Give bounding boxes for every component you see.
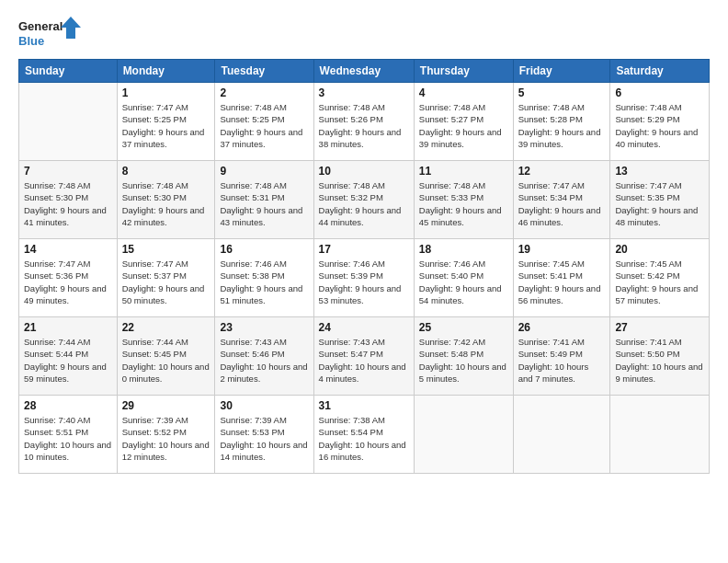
day-info: Sunrise: 7:41 AMSunset: 5:50 PMDaylight:… [615, 336, 704, 385]
calendar-week-row: 1Sunrise: 7:47 AMSunset: 5:25 PMDaylight… [19, 83, 710, 161]
day-info: Sunrise: 7:47 AMSunset: 5:34 PMDaylight:… [518, 179, 606, 228]
day-info: Sunrise: 7:46 AMSunset: 5:38 PMDaylight:… [220, 258, 308, 306]
day-info: Sunrise: 7:41 AMSunset: 5:49 PMDaylight:… [518, 336, 606, 385]
day-number: 16 [220, 243, 308, 256]
day-number: 2 [220, 86, 308, 99]
day-info: Sunrise: 7:46 AMSunset: 5:40 PMDaylight:… [419, 258, 508, 306]
day-number: 28 [24, 399, 112, 412]
day-number: 21 [24, 321, 112, 334]
weekday-header: Friday [513, 60, 610, 83]
calendar-cell: 11Sunrise: 7:48 AMSunset: 5:33 PMDayligh… [414, 161, 513, 239]
calendar-cell: 25Sunrise: 7:42 AMSunset: 5:48 PMDayligh… [414, 317, 513, 396]
calendar-table: SundayMondayTuesdayWednesdayThursdayFrid… [18, 59, 710, 474]
calendar-cell: 22Sunrise: 7:44 AMSunset: 5:45 PMDayligh… [117, 317, 215, 396]
weekday-header: Monday [117, 60, 215, 83]
day-info: Sunrise: 7:48 AMSunset: 5:28 PMDaylight:… [518, 101, 606, 150]
day-number: 24 [319, 321, 409, 334]
day-info: Sunrise: 7:45 AMSunset: 5:42 PMDaylight:… [615, 258, 704, 306]
weekday-header: Thursday [414, 60, 513, 83]
calendar-cell: 12Sunrise: 7:47 AMSunset: 5:34 PMDayligh… [513, 161, 610, 239]
day-number: 8 [122, 165, 210, 178]
calendar-cell: 8Sunrise: 7:48 AMSunset: 5:30 PMDaylight… [117, 161, 215, 239]
day-number: 14 [24, 243, 112, 256]
day-number: 26 [518, 321, 606, 334]
calendar-cell: 26Sunrise: 7:41 AMSunset: 5:49 PMDayligh… [513, 317, 610, 396]
day-number: 18 [419, 243, 508, 256]
day-number: 7 [24, 165, 112, 178]
calendar-week-row: 14Sunrise: 7:47 AMSunset: 5:36 PMDayligh… [19, 239, 710, 317]
day-info: Sunrise: 7:44 AMSunset: 5:45 PMDaylight:… [122, 336, 210, 385]
svg-text:Blue: Blue [18, 34, 44, 48]
calendar-cell: 31Sunrise: 7:38 AMSunset: 5:54 PMDayligh… [313, 396, 414, 474]
calendar-cell: 15Sunrise: 7:47 AMSunset: 5:37 PMDayligh… [117, 239, 215, 317]
calendar-cell: 7Sunrise: 7:48 AMSunset: 5:30 PMDaylight… [19, 161, 118, 239]
day-info: Sunrise: 7:48 AMSunset: 5:27 PMDaylight:… [419, 101, 508, 150]
calendar-cell: 18Sunrise: 7:46 AMSunset: 5:40 PMDayligh… [414, 239, 513, 317]
day-number: 13 [615, 165, 704, 178]
day-number: 29 [122, 399, 210, 412]
calendar-cell: 17Sunrise: 7:46 AMSunset: 5:39 PMDayligh… [313, 239, 414, 317]
calendar-week-row: 28Sunrise: 7:40 AMSunset: 5:51 PMDayligh… [19, 396, 710, 474]
day-info: Sunrise: 7:39 AMSunset: 5:53 PMDaylight:… [220, 414, 308, 463]
day-info: Sunrise: 7:47 AMSunset: 5:35 PMDaylight:… [615, 179, 704, 228]
day-info: Sunrise: 7:47 AMSunset: 5:37 PMDaylight:… [122, 258, 210, 306]
day-info: Sunrise: 7:39 AMSunset: 5:52 PMDaylight:… [122, 414, 210, 463]
logo-svg: General Blue [18, 15, 83, 50]
weekday-header: Tuesday [215, 60, 313, 83]
calendar-week-row: 21Sunrise: 7:44 AMSunset: 5:44 PMDayligh… [19, 317, 710, 396]
day-number: 19 [518, 243, 606, 256]
day-info: Sunrise: 7:40 AMSunset: 5:51 PMDaylight:… [24, 414, 112, 463]
calendar-cell [610, 396, 710, 474]
calendar-cell: 30Sunrise: 7:39 AMSunset: 5:53 PMDayligh… [215, 396, 313, 474]
calendar-cell [513, 396, 610, 474]
calendar-cell: 9Sunrise: 7:48 AMSunset: 5:31 PMDaylight… [215, 161, 313, 239]
day-number: 6 [615, 86, 704, 99]
day-number: 3 [319, 86, 409, 99]
day-info: Sunrise: 7:44 AMSunset: 5:44 PMDaylight:… [24, 336, 112, 385]
calendar-cell: 19Sunrise: 7:45 AMSunset: 5:41 PMDayligh… [513, 239, 610, 317]
day-number: 23 [220, 321, 308, 334]
page-header: General Blue [18, 15, 710, 50]
calendar-cell [19, 83, 118, 161]
svg-text:General: General [18, 19, 63, 33]
day-number: 30 [220, 399, 308, 412]
day-number: 9 [220, 165, 308, 178]
calendar-cell: 28Sunrise: 7:40 AMSunset: 5:51 PMDayligh… [19, 396, 118, 474]
day-info: Sunrise: 7:46 AMSunset: 5:39 PMDaylight:… [319, 258, 409, 306]
day-info: Sunrise: 7:48 AMSunset: 5:31 PMDaylight:… [220, 179, 308, 228]
day-info: Sunrise: 7:48 AMSunset: 5:30 PMDaylight:… [122, 179, 210, 228]
day-number: 11 [419, 165, 508, 178]
calendar-cell: 13Sunrise: 7:47 AMSunset: 5:35 PMDayligh… [610, 161, 710, 239]
calendar-cell: 16Sunrise: 7:46 AMSunset: 5:38 PMDayligh… [215, 239, 313, 317]
day-number: 5 [518, 86, 606, 99]
calendar-cell: 29Sunrise: 7:39 AMSunset: 5:52 PMDayligh… [117, 396, 215, 474]
calendar-cell: 21Sunrise: 7:44 AMSunset: 5:44 PMDayligh… [19, 317, 118, 396]
weekday-header: Saturday [610, 60, 710, 83]
weekday-header: Wednesday [313, 60, 414, 83]
calendar-cell: 10Sunrise: 7:48 AMSunset: 5:32 PMDayligh… [313, 161, 414, 239]
svg-marker-2 [61, 17, 81, 39]
day-number: 31 [319, 399, 409, 412]
calendar-cell: 20Sunrise: 7:45 AMSunset: 5:42 PMDayligh… [610, 239, 710, 317]
calendar-cell: 23Sunrise: 7:43 AMSunset: 5:46 PMDayligh… [215, 317, 313, 396]
calendar-cell: 6Sunrise: 7:48 AMSunset: 5:29 PMDaylight… [610, 83, 710, 161]
calendar-header-row: SundayMondayTuesdayWednesdayThursdayFrid… [19, 60, 710, 83]
calendar-cell: 1Sunrise: 7:47 AMSunset: 5:25 PMDaylight… [117, 83, 215, 161]
day-info: Sunrise: 7:38 AMSunset: 5:54 PMDaylight:… [319, 414, 409, 463]
calendar-cell: 4Sunrise: 7:48 AMSunset: 5:27 PMDaylight… [414, 83, 513, 161]
day-info: Sunrise: 7:48 AMSunset: 5:32 PMDaylight:… [319, 179, 409, 228]
calendar-cell: 2Sunrise: 7:48 AMSunset: 5:25 PMDaylight… [215, 83, 313, 161]
day-info: Sunrise: 7:43 AMSunset: 5:46 PMDaylight:… [220, 336, 308, 385]
day-number: 4 [419, 86, 508, 99]
day-number: 22 [122, 321, 210, 334]
day-info: Sunrise: 7:45 AMSunset: 5:41 PMDaylight:… [518, 258, 606, 306]
day-info: Sunrise: 7:47 AMSunset: 5:25 PMDaylight:… [122, 101, 210, 150]
day-number: 1 [122, 86, 210, 99]
calendar-cell: 24Sunrise: 7:43 AMSunset: 5:47 PMDayligh… [313, 317, 414, 396]
calendar-cell: 3Sunrise: 7:48 AMSunset: 5:26 PMDaylight… [313, 83, 414, 161]
day-number: 27 [615, 321, 704, 334]
day-number: 15 [122, 243, 210, 256]
day-number: 25 [419, 321, 508, 334]
day-number: 17 [319, 243, 409, 256]
logo: General Blue [18, 15, 83, 50]
